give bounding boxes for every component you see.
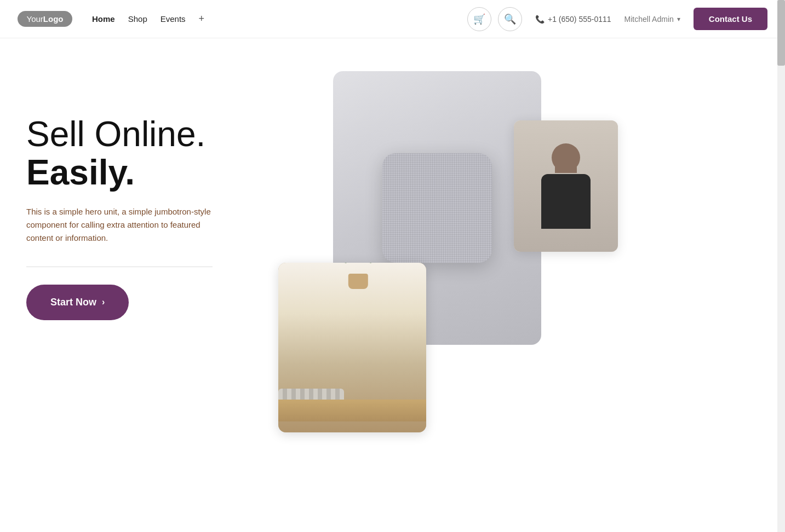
search-icon: 🔍 xyxy=(504,13,516,25)
contact-us-button[interactable]: Contact Us xyxy=(694,8,767,30)
cart-button[interactable]: 🛒 xyxy=(467,7,491,31)
cart-icon: 🛒 xyxy=(473,13,485,25)
phone-number: +1 (650) 555-0111 xyxy=(548,15,611,24)
plant-pot xyxy=(348,274,368,289)
chevron-down-icon: ▾ xyxy=(677,15,680,23)
nav-links: Home Shop Events + xyxy=(92,13,467,25)
search-button[interactable]: 🔍 xyxy=(498,7,522,31)
person-body xyxy=(541,174,591,229)
phone-icon: 📞 xyxy=(535,15,545,24)
scrollbar[interactable] xyxy=(777,0,785,532)
hero-title: Sell Online. Easily. xyxy=(26,115,267,192)
furniture xyxy=(278,367,426,421)
plant-decoration xyxy=(348,274,368,289)
hero-left: Sell Online. Easily. This is a simple he… xyxy=(26,82,289,320)
arrow-icon: › xyxy=(102,297,105,307)
hero-section: Sell Online. Easily. This is a simple he… xyxy=(0,38,785,532)
person-silhouette xyxy=(541,143,591,229)
nav-events[interactable]: Events xyxy=(161,14,186,24)
hero-title-line1: Sell Online. xyxy=(26,114,205,154)
leaf-2 xyxy=(359,263,383,264)
start-now-button[interactable]: Start Now › xyxy=(26,285,129,320)
portrait-inner xyxy=(514,120,618,252)
speaker-mesh xyxy=(382,153,492,263)
hero-title-line2: Easily. xyxy=(26,153,267,192)
hero-divider xyxy=(26,267,213,267)
hero-portrait-image xyxy=(514,120,618,252)
start-now-label: Start Now xyxy=(50,297,96,308)
hero-interior-image xyxy=(278,263,426,432)
nav-shop[interactable]: Shop xyxy=(128,14,147,24)
interior-inner xyxy=(278,263,426,432)
scrollbar-thumb[interactable] xyxy=(777,0,785,66)
hero-description: This is a simple hero unit, a simple jum… xyxy=(26,205,224,245)
logo[interactable]: YourLogo xyxy=(18,11,72,27)
nav-icons: 🛒 🔍 xyxy=(467,7,522,31)
leaf-1 xyxy=(333,263,358,264)
floor xyxy=(278,400,426,421)
hero-images xyxy=(289,71,759,454)
nav-home[interactable]: Home xyxy=(92,14,115,24)
nav-user[interactable]: Mitchell Admin ▾ xyxy=(624,15,680,24)
nav-phone: 📞 +1 (650) 555-0111 xyxy=(535,15,611,24)
logo-logo: Logo xyxy=(43,14,64,24)
nav-plus[interactable]: + xyxy=(199,13,205,25)
logo-your: Your xyxy=(27,14,43,24)
person-head xyxy=(552,143,580,172)
navbar: YourLogo Home Shop Events + 🛒 🔍 📞 +1 (65… xyxy=(0,0,785,38)
user-name: Mitchell Admin xyxy=(624,15,674,24)
